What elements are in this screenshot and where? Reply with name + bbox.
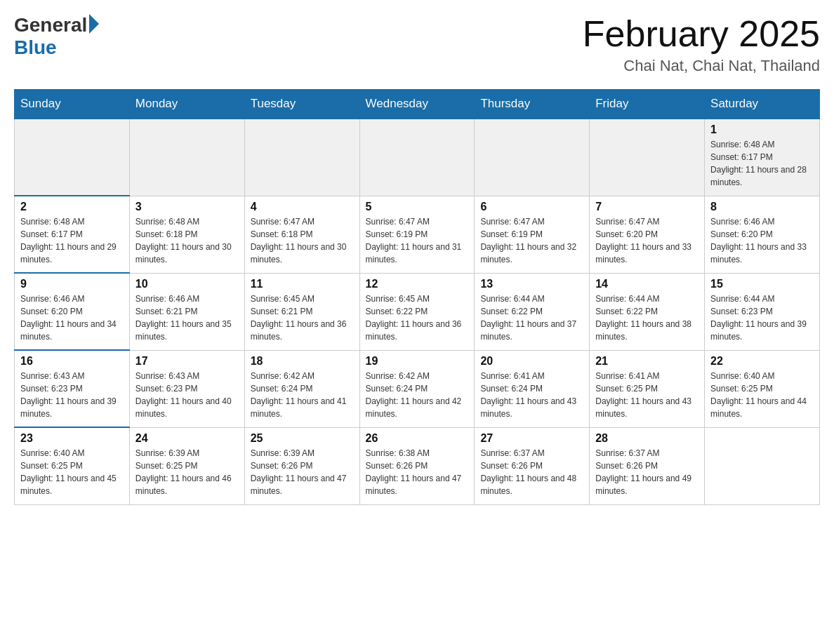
- calendar-cell: 6Sunrise: 6:47 AMSunset: 6:19 PMDaylight…: [475, 196, 590, 273]
- day-info: Sunrise: 6:46 AMSunset: 6:20 PMDaylight:…: [710, 215, 814, 266]
- day-info: Sunrise: 6:41 AMSunset: 6:25 PMDaylight:…: [595, 370, 699, 420]
- calendar-cell: 5Sunrise: 6:47 AMSunset: 6:19 PMDaylight…: [359, 196, 475, 273]
- day-number: 14: [595, 278, 699, 290]
- day-number: 17: [135, 355, 239, 368]
- day-info: Sunrise: 6:45 AMSunset: 6:22 PMDaylight:…: [366, 293, 469, 343]
- calendar-cell: 18Sunrise: 6:42 AMSunset: 6:24 PMDayligh…: [244, 350, 359, 427]
- day-number: 19: [366, 355, 469, 368]
- day-number: 28: [595, 432, 699, 445]
- day-number: 22: [710, 355, 814, 368]
- calendar-cell: 21Sunrise: 6:41 AMSunset: 6:25 PMDayligh…: [590, 350, 705, 427]
- calendar-cell: 15Sunrise: 6:44 AMSunset: 6:23 PMDayligh…: [705, 273, 820, 350]
- day-number: 5: [366, 201, 469, 213]
- day-number: 7: [595, 201, 699, 213]
- calendar-cell: 13Sunrise: 6:44 AMSunset: 6:22 PMDayligh…: [475, 273, 590, 350]
- header-day-sunday: Sunday: [15, 90, 130, 119]
- day-info: Sunrise: 6:48 AMSunset: 6:17 PMDaylight:…: [20, 215, 124, 266]
- calendar-cell: 8Sunrise: 6:46 AMSunset: 6:20 PMDaylight…: [705, 196, 820, 273]
- day-info: Sunrise: 6:38 AMSunset: 6:26 PMDaylight:…: [366, 447, 469, 497]
- day-info: Sunrise: 6:43 AMSunset: 6:23 PMDaylight:…: [135, 370, 239, 420]
- day-number: 23: [20, 432, 124, 445]
- calendar-cell: [129, 119, 244, 196]
- day-number: 1: [710, 123, 814, 136]
- day-info: Sunrise: 6:43 AMSunset: 6:23 PMDaylight:…: [20, 370, 124, 420]
- day-number: 26: [366, 432, 469, 445]
- week-row-3: 9Sunrise: 6:46 AMSunset: 6:20 PMDaylight…: [15, 273, 820, 350]
- calendar-cell: 9Sunrise: 6:46 AMSunset: 6:20 PMDaylight…: [15, 273, 130, 350]
- calendar-cell: [15, 119, 130, 196]
- day-info: Sunrise: 6:40 AMSunset: 6:25 PMDaylight:…: [20, 447, 124, 497]
- calendar-cell: 1Sunrise: 6:48 AMSunset: 6:17 PMDaylight…: [705, 119, 820, 196]
- calendar-cell: [590, 119, 705, 196]
- day-number: 11: [251, 278, 354, 290]
- day-number: 10: [135, 278, 239, 290]
- calendar-cell: 25Sunrise: 6:39 AMSunset: 6:26 PMDayligh…: [244, 427, 359, 504]
- day-info: Sunrise: 6:48 AMSunset: 6:17 PMDaylight:…: [710, 138, 814, 189]
- day-info: Sunrise: 6:42 AMSunset: 6:24 PMDaylight:…: [366, 370, 469, 420]
- calendar-cell: 10Sunrise: 6:46 AMSunset: 6:21 PMDayligh…: [129, 273, 244, 350]
- calendar-cell: 23Sunrise: 6:40 AMSunset: 6:25 PMDayligh…: [15, 427, 130, 504]
- day-number: 12: [366, 278, 469, 290]
- day-number: 27: [480, 432, 583, 445]
- day-info: Sunrise: 6:47 AMSunset: 6:18 PMDaylight:…: [251, 215, 354, 266]
- month-title: February 2025: [583, 14, 820, 54]
- day-number: 15: [710, 278, 814, 290]
- day-number: 2: [20, 201, 124, 213]
- title-section: February 2025 Chai Nat, Chai Nat, Thaila…: [583, 14, 820, 75]
- header-day-thursday: Thursday: [475, 90, 590, 119]
- calendar-cell: [475, 119, 590, 196]
- day-info: Sunrise: 6:37 AMSunset: 6:26 PMDaylight:…: [480, 447, 583, 497]
- day-info: Sunrise: 6:44 AMSunset: 6:22 PMDaylight:…: [595, 293, 699, 343]
- calendar-cell: 24Sunrise: 6:39 AMSunset: 6:25 PMDayligh…: [129, 427, 244, 504]
- calendar-cell: [705, 427, 820, 504]
- day-number: 3: [135, 201, 239, 213]
- day-info: Sunrise: 6:39 AMSunset: 6:25 PMDaylight:…: [135, 447, 239, 497]
- calendar-cell: 20Sunrise: 6:41 AMSunset: 6:24 PMDayligh…: [475, 350, 590, 427]
- calendar-cell: 3Sunrise: 6:48 AMSunset: 6:18 PMDaylight…: [129, 196, 244, 273]
- day-number: 24: [135, 432, 239, 445]
- location-title: Chai Nat, Chai Nat, Thailand: [583, 57, 820, 75]
- day-number: 13: [480, 278, 583, 290]
- week-row-4: 16Sunrise: 6:43 AMSunset: 6:23 PMDayligh…: [15, 350, 820, 427]
- day-info: Sunrise: 6:47 AMSunset: 6:20 PMDaylight:…: [595, 215, 699, 266]
- calendar-cell: 2Sunrise: 6:48 AMSunset: 6:17 PMDaylight…: [15, 196, 130, 273]
- header-day-wednesday: Wednesday: [359, 90, 475, 119]
- day-number: 8: [710, 201, 814, 213]
- page-header: General Blue February 2025 Chai Nat, Cha…: [14, 14, 820, 75]
- calendar-cell: 7Sunrise: 6:47 AMSunset: 6:20 PMDaylight…: [590, 196, 705, 273]
- day-info: Sunrise: 6:46 AMSunset: 6:21 PMDaylight:…: [135, 293, 239, 343]
- header-day-monday: Monday: [129, 90, 244, 119]
- day-number: 25: [251, 432, 354, 445]
- logo-general-text: General: [14, 14, 87, 36]
- day-info: Sunrise: 6:47 AMSunset: 6:19 PMDaylight:…: [366, 215, 469, 266]
- day-info: Sunrise: 6:39 AMSunset: 6:26 PMDaylight:…: [251, 447, 354, 497]
- week-row-2: 2Sunrise: 6:48 AMSunset: 6:17 PMDaylight…: [15, 196, 820, 273]
- day-info: Sunrise: 6:44 AMSunset: 6:23 PMDaylight:…: [710, 293, 814, 343]
- header-day-saturday: Saturday: [705, 90, 820, 119]
- day-number: 6: [480, 201, 583, 213]
- week-row-5: 23Sunrise: 6:40 AMSunset: 6:25 PMDayligh…: [15, 427, 820, 504]
- day-info: Sunrise: 6:46 AMSunset: 6:20 PMDaylight:…: [20, 293, 124, 343]
- day-info: Sunrise: 6:42 AMSunset: 6:24 PMDaylight:…: [251, 370, 354, 420]
- day-info: Sunrise: 6:37 AMSunset: 6:26 PMDaylight:…: [595, 447, 699, 497]
- calendar-cell: 11Sunrise: 6:45 AMSunset: 6:21 PMDayligh…: [244, 273, 359, 350]
- day-number: 18: [251, 355, 354, 368]
- calendar-cell: [244, 119, 359, 196]
- calendar-cell: 17Sunrise: 6:43 AMSunset: 6:23 PMDayligh…: [129, 350, 244, 427]
- day-info: Sunrise: 6:40 AMSunset: 6:25 PMDaylight:…: [710, 370, 814, 420]
- calendar-cell: 27Sunrise: 6:37 AMSunset: 6:26 PMDayligh…: [475, 427, 590, 504]
- calendar-cell: 22Sunrise: 6:40 AMSunset: 6:25 PMDayligh…: [705, 350, 820, 427]
- week-row-1: 1Sunrise: 6:48 AMSunset: 6:17 PMDaylight…: [15, 119, 820, 196]
- calendar-table: SundayMondayTuesdayWednesdayThursdayFrid…: [14, 89, 820, 505]
- day-info: Sunrise: 6:45 AMSunset: 6:21 PMDaylight:…: [251, 293, 354, 343]
- header-day-tuesday: Tuesday: [244, 90, 359, 119]
- logo-arrow-icon: [89, 14, 99, 34]
- day-number: 9: [20, 278, 124, 290]
- calendar-cell: [359, 119, 475, 196]
- day-info: Sunrise: 6:41 AMSunset: 6:24 PMDaylight:…: [480, 370, 583, 420]
- calendar-cell: 16Sunrise: 6:43 AMSunset: 6:23 PMDayligh…: [15, 350, 130, 427]
- day-info: Sunrise: 6:48 AMSunset: 6:18 PMDaylight:…: [135, 215, 239, 266]
- calendar-cell: 28Sunrise: 6:37 AMSunset: 6:26 PMDayligh…: [590, 427, 705, 504]
- logo: General Blue: [14, 14, 99, 59]
- calendar-cell: 19Sunrise: 6:42 AMSunset: 6:24 PMDayligh…: [359, 350, 475, 427]
